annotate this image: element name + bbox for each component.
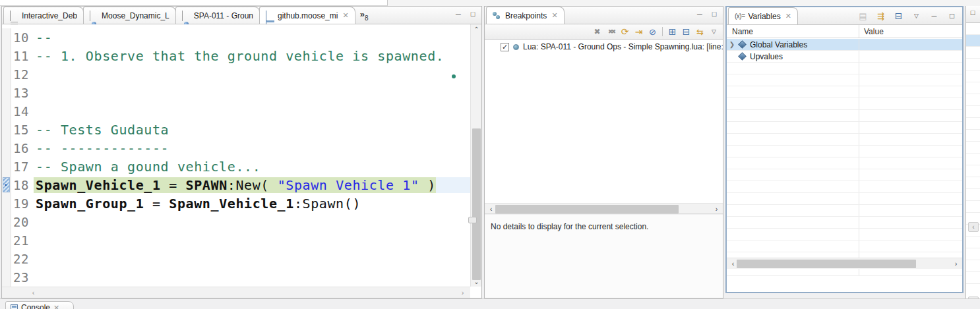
code-line-18[interactable]: ➤18Spawn_Vehicle_1 = SPAWN:New( "Spawn V… [2,176,470,194]
line-number: 14 [11,104,34,119]
code-line-11[interactable]: 11-- 1. Observe that the ground vehicle … [2,47,470,65]
partial-table-row [966,237,980,248]
remove-breakpoint-icon[interactable]: ✖ [591,26,603,38]
line-number: 11 [11,49,34,63]
breakpoint-checkbox[interactable]: ✓ [501,43,509,51]
show-logical-structure-icon[interactable]: ⇶ [874,10,887,22]
code-token-bold: Spawn_Group_1 [36,196,144,211]
breakpoint-item[interactable]: ✓Lua: SPA-011 - Ground Ops - Simple Spaw… [485,40,723,53]
maximize-icon[interactable]: □ [468,10,477,18]
remove-all-breakpoints-icon[interactable]: ✖✖ [605,26,617,38]
partial-table-row [966,248,980,260]
minimize-icon[interactable]: ─ [695,10,704,18]
annotation-ruler-cell: ➤ [2,176,11,194]
column-divider[interactable] [859,25,859,38]
more-editors-chevron[interactable]: »8 [360,9,369,24]
editor-horizontal-scrollbar[interactable]: ‹ › [2,287,470,298]
code-line-10[interactable]: 10-- [2,28,470,47]
partial-table-row [966,35,980,47]
code-token-plain: ) [419,177,436,193]
scroll-left-icon[interactable]: ‹ [28,287,38,298]
refresh-breakpoints-icon[interactable]: ⟳ [619,26,631,38]
close-icon[interactable]: ✕ [785,12,791,20]
scroll-left-icon[interactable]: ‹ [968,222,979,232]
code-line-13[interactable]: 13 [2,84,470,102]
view-menu-icon[interactable]: ▽ [708,26,720,38]
show-type-names-icon[interactable]: ▤ [857,10,869,22]
code-line-20[interactable]: 20 [2,213,470,231]
empty-table-row [727,63,962,74]
maximize-icon[interactable]: □ [710,10,719,18]
variables-row-global-variables[interactable]: ❯Global Variables [727,39,962,51]
code-line-16[interactable]: 16-- ------------- [2,139,470,157]
minimize-icon[interactable]: ─ [454,10,463,18]
collapse-all-icon[interactable]: ⊟ [892,10,905,22]
variables-horizontal-scrollbar[interactable]: ‹ › [727,258,962,269]
breakpoints-tab-bar: Breakpoints ✕ ─ □ [485,7,723,24]
go-to-file-for-breakpoint-icon[interactable]: ⇥ [632,26,645,38]
breakpoints-horizontal-scrollbar[interactable]: ‹ › [485,203,723,214]
scroll-right-icon[interactable]: › [951,258,961,269]
code-line-12[interactable]: 12 [2,65,470,84]
tab-variables[interactable]: (x)= Variables ✕ [728,7,798,24]
code-token-bold: Spawn_Vehicle_1 [36,177,161,193]
scroll-left-icon[interactable]: ‹ [486,204,496,215]
view-menu-icon[interactable]: ▽ [910,10,923,22]
code-line-14[interactable]: 14 [2,102,470,121]
collapse-all-icon[interactable]: ⊟ [680,26,692,38]
expand-chevron-icon[interactable]: ❯ [727,41,737,48]
close-icon[interactable]: ✕ [53,304,59,309]
scroll-down-icon[interactable]: ⌄ [471,277,482,287]
skip-all-breakpoints-icon[interactable]: ⊘ [646,26,659,38]
line-number: 22 [11,252,34,266]
editor-window-icon [266,11,274,20]
empty-table-row [727,240,962,252]
scroll-right-icon[interactable]: › [712,204,721,215]
code-token-string: "Spawn Vehicle 1" [278,177,419,193]
code-line-21[interactable]: 21 [2,231,470,250]
code-area[interactable]: 10--11-- 1. Observe that the ground vehi… [2,24,470,287]
close-icon[interactable]: ✕ [551,11,557,20]
code-line-17[interactable]: 17-- Spawn a gound vehicle... [2,157,470,176]
line-number: 21 [11,233,34,248]
column-header-value[interactable]: Value [859,25,884,38]
code-token-comment: -- ------------- [36,140,169,156]
line-number: 18 [11,178,34,192]
tab-breakpoints[interactable]: Breakpoints ✕ [486,7,565,24]
scrollbar-thumb[interactable] [495,205,679,213]
expand-all-icon[interactable]: ⊞ [666,26,679,38]
partial-table-row [966,177,980,189]
code-line-23[interactable]: 23 [2,268,470,287]
code-token-bold: Spawn_Vehicle_1 [169,196,294,211]
code-line-19[interactable]: 19Spawn_Group_1 = Spawn_Vehicle_1:Spawn(… [2,194,470,213]
minimize-icon[interactable]: ─ [928,10,940,22]
code-line-15[interactable]: 15-- Tests Gudauta [2,121,470,139]
scroll-right-icon[interactable]: › [458,287,468,298]
editor-tab-spa-011-groun[interactable]: SPA-011 - Groun [175,7,260,24]
no-details-message: No details to display for the current se… [491,222,648,231]
partial-table-row [966,118,980,130]
line-number: 13 [11,86,34,100]
variables-row-upvalues[interactable]: Upvalues [727,51,962,63]
scrollbar-thumb[interactable] [737,260,916,268]
editor-tab-interactive-deb[interactable]: Interactive_Deb [3,7,84,24]
code-line-22[interactable]: 22 [2,250,470,268]
breakpoints-list[interactable]: ✓Lua: SPA-011 - Ground Ops - Simple Spaw… [485,40,723,203]
scrollbar-thumb[interactable] [472,128,481,280]
maximize-icon[interactable]: □ [946,10,958,22]
close-icon[interactable]: ✕ [342,11,348,20]
breakpoints-tab-label: Breakpoints [505,11,547,20]
maximize-icon[interactable]: □ [968,9,977,16]
editor-tab-moose-dynamic-l[interactable]: Moose_Dynamic_L [83,7,176,24]
scroll-up-icon[interactable]: ⌃ [471,24,482,34]
annotation-ruler-cell [2,231,11,250]
editor-tab-github-moose-mi[interactable]: github.moose_mi✕ [259,7,355,24]
empty-table-row [727,122,962,134]
splitter-handle[interactable] [468,217,477,223]
column-header-name[interactable]: Name [727,25,859,38]
empty-table-row [727,229,962,240]
link-with-debug-view-icon[interactable]: ⇆ [694,26,706,38]
tab-console[interactable]: Console ✕ [5,301,74,309]
variables-tree[interactable]: ❯Global VariablesUpvalues [727,39,962,276]
editor-vertical-scrollbar[interactable]: ⌃ ⌄ [470,24,481,287]
